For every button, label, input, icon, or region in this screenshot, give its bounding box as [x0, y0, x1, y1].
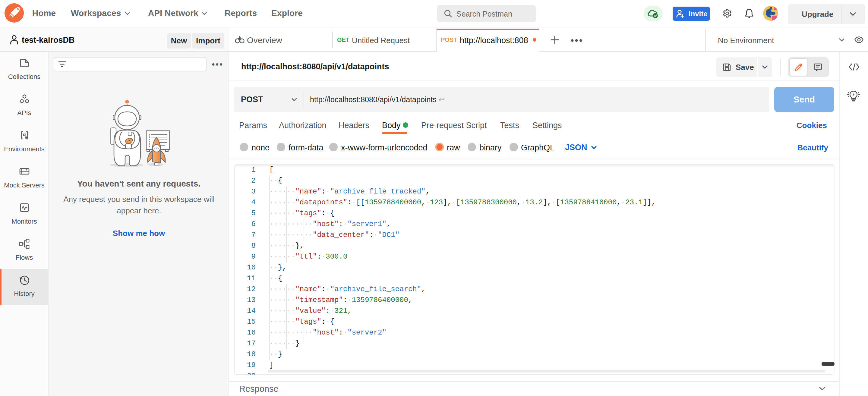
svg-text:</>: </>: [154, 147, 159, 151]
